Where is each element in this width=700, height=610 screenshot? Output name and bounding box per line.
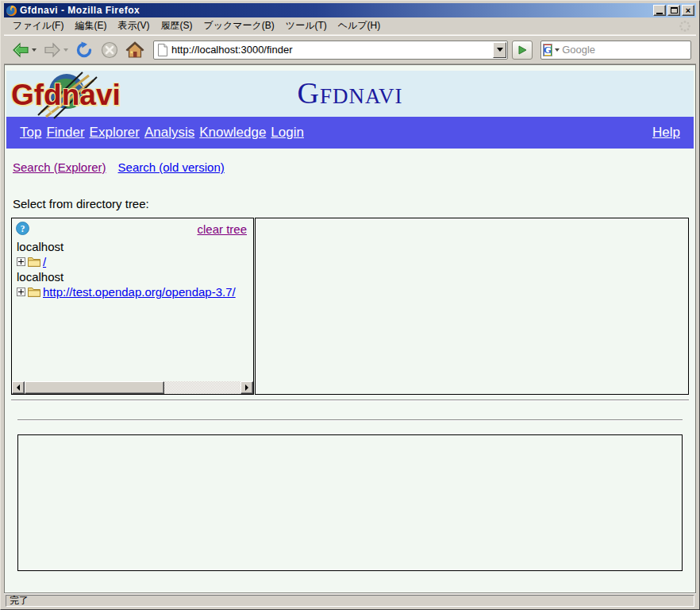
minimize-icon bbox=[656, 13, 663, 14]
search-bar[interactable]: G bbox=[540, 41, 691, 60]
nav-explorer[interactable]: Explorer bbox=[90, 125, 140, 141]
page-viewport: Gfdnavi Gfdnavi Top Finder Explorer Anal… bbox=[4, 64, 696, 593]
menu-history[interactable]: 履歴(S) bbox=[155, 17, 198, 34]
go-icon bbox=[517, 45, 527, 55]
menu-edit[interactable]: 編集(E) bbox=[69, 17, 112, 34]
triangle-left-icon bbox=[17, 384, 20, 391]
nav-login[interactable]: Login bbox=[271, 125, 304, 141]
tree-node-link[interactable]: / bbox=[43, 255, 46, 268]
menu-bar: ファイル(F) 編集(E) 表示(V) 履歴(S) ブックマーク(B) ツール(… bbox=[4, 17, 696, 35]
chevron-down-icon bbox=[497, 48, 503, 52]
stop-icon bbox=[100, 41, 119, 60]
svg-text:?: ? bbox=[21, 224, 25, 234]
minimize-button[interactable] bbox=[653, 5, 666, 16]
window-title: Gfdnavi - Mozilla Firefox bbox=[20, 5, 652, 16]
go-button[interactable] bbox=[512, 41, 533, 60]
maximize-button[interactable] bbox=[667, 5, 680, 16]
forward-dropdown-icon bbox=[63, 48, 68, 52]
tree-heading: Select from directory tree: bbox=[11, 197, 689, 210]
status-text: 完了 bbox=[6, 595, 694, 607]
search-input[interactable] bbox=[560, 44, 700, 56]
expand-plus-icon[interactable] bbox=[17, 257, 25, 266]
tree-host-label: localhost bbox=[17, 269, 253, 284]
nav-help[interactable]: Help bbox=[652, 125, 680, 141]
url-dropdown-button[interactable] bbox=[493, 42, 506, 58]
expand-plus-icon[interactable] bbox=[17, 288, 25, 296]
help-icon[interactable]: ? bbox=[16, 222, 29, 235]
scroll-right-button[interactable] bbox=[240, 381, 253, 394]
triangle-right-icon bbox=[245, 384, 248, 391]
search-explorer-link[interactable]: Search (Explorer) bbox=[13, 160, 106, 174]
menu-bookmarks[interactable]: ブックマーク(B) bbox=[198, 17, 279, 34]
search-old-version-link[interactable]: Search (old version) bbox=[118, 160, 225, 174]
directory-tree-panel: ? clear tree localhost bbox=[11, 218, 254, 395]
reload-button[interactable] bbox=[72, 38, 96, 62]
throbber-icon bbox=[679, 20, 691, 33]
search-links-row: Search (Explorer) Search (old version) bbox=[11, 160, 689, 174]
nav-top[interactable]: Top bbox=[20, 125, 41, 141]
clear-tree-link[interactable]: clear tree bbox=[197, 222, 247, 236]
url-input[interactable] bbox=[168, 44, 493, 56]
back-dropdown-icon[interactable] bbox=[32, 48, 37, 52]
browser-window: Gfdnavi - Mozilla Firefox × ファイル(F) 編集(E… bbox=[0, 0, 700, 610]
tree-node-link[interactable]: http://test.opendap.org/opendap-3.7/ bbox=[43, 285, 236, 299]
forward-button[interactable] bbox=[40, 38, 71, 62]
google-icon: G bbox=[543, 44, 552, 56]
page-icon bbox=[157, 44, 168, 56]
main-nav: Top Finder Explorer Analysis Knowledge L… bbox=[6, 117, 694, 149]
reload-icon bbox=[75, 41, 94, 60]
back-icon bbox=[11, 41, 30, 60]
forward-icon bbox=[43, 41, 62, 60]
close-icon: × bbox=[686, 6, 690, 15]
scrollbar-track[interactable] bbox=[164, 381, 240, 394]
horizontal-scrollbar[interactable] bbox=[12, 381, 253, 394]
divider bbox=[11, 400, 689, 401]
tree-host-label: localhost bbox=[17, 239, 253, 254]
page-header: Gfdnavi Gfdnavi bbox=[6, 71, 694, 117]
status-bar: 完了 bbox=[4, 593, 696, 607]
menu-tools[interactable]: ツール(T) bbox=[280, 17, 333, 34]
scroll-left-button[interactable] bbox=[12, 381, 25, 394]
detail-panel bbox=[17, 434, 683, 571]
maximize-icon bbox=[671, 7, 678, 14]
finder-panels: ? clear tree localhost bbox=[11, 218, 689, 395]
directory-tree: localhost / localhost bbox=[12, 239, 253, 299]
scrollbar-thumb[interactable] bbox=[25, 381, 164, 394]
tree-row: http://test.opendap.org/opendap-3.7/ bbox=[17, 284, 253, 299]
back-button[interactable] bbox=[9, 38, 39, 62]
close-button[interactable]: × bbox=[682, 5, 694, 16]
menu-file[interactable]: ファイル(F) bbox=[7, 17, 69, 34]
result-panel bbox=[255, 218, 689, 395]
menu-help[interactable]: ヘルプ(H) bbox=[333, 17, 387, 34]
folder-icon bbox=[28, 287, 40, 297]
nav-knowledge[interactable]: Knowledge bbox=[199, 125, 266, 141]
home-icon bbox=[125, 41, 144, 60]
title-bar: Gfdnavi - Mozilla Firefox × bbox=[4, 3, 696, 17]
stop-button bbox=[98, 38, 121, 62]
nav-finder[interactable]: Finder bbox=[46, 125, 84, 141]
url-bar[interactable] bbox=[153, 41, 508, 60]
site-title: Gfdnavi bbox=[6, 75, 694, 110]
menu-view[interactable]: 表示(V) bbox=[112, 17, 155, 34]
firefox-icon bbox=[6, 5, 17, 17]
navigation-toolbar: G bbox=[4, 35, 696, 64]
folder-icon bbox=[28, 257, 40, 267]
tree-row: / bbox=[17, 254, 253, 269]
nav-analysis[interactable]: Analysis bbox=[144, 125, 194, 141]
home-button[interactable] bbox=[123, 38, 147, 62]
divider bbox=[17, 419, 683, 421]
